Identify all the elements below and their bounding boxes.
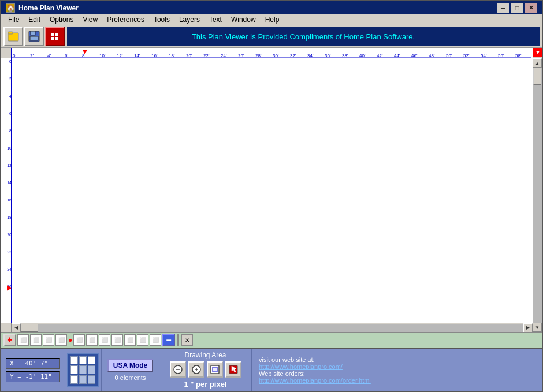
scroll-down-button[interactable]: ▼	[533, 323, 542, 332]
menu-view[interactable]: View	[78, 14, 102, 25]
grid-icon	[67, 353, 99, 387]
grid-cell-5	[79, 365, 87, 374]
red-dot-separator: ●	[68, 336, 72, 344]
drawing-canvas[interactable]	[12, 58, 533, 323]
ruler-scroll-corner	[1, 323, 12, 332]
remove-tool-button[interactable]: –	[162, 334, 175, 346]
elements-count: 0 elements	[115, 374, 146, 381]
toolbar: This Plan Viewer Is Provided Compliments…	[1, 25, 542, 48]
workspace: /* ticks rendered via JS below */ 0 2' 4…	[1, 48, 542, 332]
scroll-up-button[interactable]: ▲	[533, 58, 542, 68]
ruler-v-labels: 0 2 4 6 8 10 12 14 16 18 20 22 24 26	[1, 58, 12, 302]
v-ruler-indicator: ▶	[7, 283, 12, 292]
tool-btn-10[interactable]: ⬜	[137, 334, 148, 346]
minimize-button[interactable]: ─	[497, 3, 509, 13]
menu-edit[interactable]: Edit	[24, 14, 45, 25]
vertical-ruler: 0 2 4 6 8 10 12 14 16 18 20 22 24 26	[1, 58, 12, 323]
save-button[interactable]	[24, 27, 44, 46]
svg-rect-6	[51, 33, 54, 36]
tool-btn-2[interactable]: ⬜	[30, 334, 42, 346]
svg-rect-4	[30, 36, 38, 40]
scroll-left-button[interactable]: ◀	[12, 323, 21, 333]
tool-btn-11[interactable]: ⬜	[150, 334, 161, 346]
drawing-area-buttons	[170, 361, 241, 378]
tool-btn-1[interactable]: ⬜	[17, 334, 29, 346]
grid-cell-2	[79, 356, 87, 365]
menu-window[interactable]: Window	[226, 14, 261, 25]
usa-mode-button[interactable]: USA Mode	[107, 359, 154, 372]
window-title: Home Plan Viewer	[18, 4, 79, 12]
scroll-right-button[interactable]: ▶	[523, 323, 533, 333]
add-tool-button[interactable]: +	[3, 334, 16, 346]
cursor-button[interactable]	[225, 361, 241, 378]
drawing-area-title: Drawing Area	[184, 351, 226, 359]
website-link[interactable]: http://www.homeplanpro.com/	[259, 363, 535, 370]
menu-preferences[interactable]: Preferences	[102, 14, 149, 25]
ruler-h-svg: /* ticks rendered via JS below */	[12, 48, 533, 58]
y-coord: Y = -1' 11"	[6, 371, 60, 382]
menu-text[interactable]: Text	[204, 14, 226, 25]
x-coord: X = 40' 7"	[6, 358, 60, 369]
tool-btn-9[interactable]: ⬜	[124, 334, 136, 346]
ruler-right-spacer: ▼	[533, 48, 542, 58]
scroll-arrow-top[interactable]: ▼	[533, 48, 542, 57]
tool-btn-8[interactable]: ⬜	[111, 334, 123, 346]
open-button[interactable]	[3, 27, 23, 46]
right-col: ▲ ▼	[533, 58, 542, 332]
tool-strip-bar	[177, 334, 179, 346]
grid-cell-7	[70, 375, 78, 384]
tool-btn-3[interactable]: ⬜	[43, 334, 54, 346]
status-bar: X = 40' 7" Y = -1' 11" USA Mode 0 elemen…	[1, 348, 542, 391]
menu-help[interactable]: Help	[261, 14, 284, 25]
view-icon	[49, 30, 61, 43]
zoom-out-button[interactable]	[170, 361, 186, 378]
maximize-button[interactable]: □	[511, 3, 523, 13]
main-canvas-col: ◀ ▶	[12, 58, 533, 332]
zoom-fit-icon	[191, 364, 202, 375]
svg-rect-5	[50, 31, 60, 42]
grid-cell-9	[88, 375, 95, 384]
v-scroll-thumb[interactable]	[533, 68, 541, 85]
svg-rect-7	[55, 33, 58, 36]
tool-btn-5[interactable]: ⬜	[73, 334, 85, 346]
menu-tools[interactable]: Tools	[149, 14, 174, 25]
left-col: 0 2 4 6 8 10 12 14 16 18 20 22 24 26	[1, 58, 12, 332]
open-icon	[7, 30, 20, 43]
content-row: 0 2 4 6 8 10 12 14 16 18 20 22 24 26	[1, 58, 542, 332]
scale-text: 1 " per pixel	[184, 380, 226, 389]
grid-cell-8	[79, 375, 87, 384]
h-scroll-track	[21, 324, 523, 332]
tool-strip-end[interactable]: ✕	[181, 334, 193, 346]
menu-bar: File Edit Options View Preferences Tools…	[1, 14, 542, 25]
orders-link[interactable]: http://www.homeplanpro.com/order.html	[259, 377, 535, 384]
horizontal-ruler: /* ticks rendered via JS below */ 0 2' 4…	[12, 48, 533, 58]
cursor-icon	[228, 364, 239, 375]
zoom-window-button[interactable]	[207, 361, 223, 378]
v-scroll-track	[533, 68, 542, 323]
status-mode: USA Mode 0 elements	[101, 349, 159, 391]
menu-file[interactable]: File	[3, 14, 24, 25]
svg-rect-9	[55, 37, 58, 40]
ruler-corner	[1, 48, 12, 58]
save-icon	[28, 30, 40, 43]
svg-rect-17	[213, 367, 217, 372]
horizontal-scrollbar: ◀ ▶	[12, 323, 533, 332]
tool-btn-4[interactable]: ⬜	[55, 334, 67, 346]
visit-label: visit our web site at:	[259, 356, 535, 363]
app-icon: 🏠	[6, 3, 15, 13]
tool-btn-7[interactable]: ⬜	[99, 334, 110, 346]
svg-rect-8	[51, 37, 54, 40]
status-links: visit our web site at: http://www.homepl…	[251, 349, 542, 391]
ruler-row: /* ticks rendered via JS below */ 0 2' 4…	[1, 48, 542, 58]
menu-options[interactable]: Options	[45, 14, 78, 25]
svg-rect-3	[31, 31, 35, 35]
close-button[interactable]: ✕	[525, 3, 537, 13]
tool-btn-6[interactable]: ⬜	[86, 334, 98, 346]
menu-layers[interactable]: Layers	[174, 14, 204, 25]
zoom-fit-button[interactable]	[188, 361, 204, 378]
h-scroll-thumb[interactable]	[21, 324, 38, 332]
view-button[interactable]	[45, 27, 65, 46]
app-window: 🏠 Home Plan Viewer ─ □ ✕ File Edit Optio…	[0, 0, 543, 392]
svg-rect-1	[8, 32, 13, 34]
tool-strip: + ⬜ ⬜ ⬜ ⬜ ● ⬜ ⬜ ⬜ ⬜ ⬜ ⬜ ⬜ – ✕	[1, 332, 542, 348]
